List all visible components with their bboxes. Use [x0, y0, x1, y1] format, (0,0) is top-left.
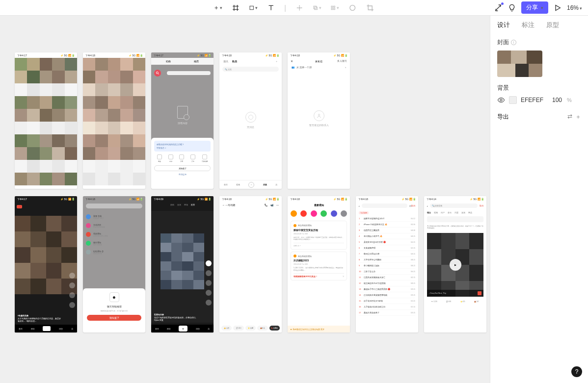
hot-item[interactable]: 11江西关政双胞胎落水身亡932.25 — [359, 275, 415, 281]
hot-item[interactable]: 17美国又变血途来了920.25 — [359, 310, 415, 316]
stat-item[interactable]: ❤ 2,226 — [431, 301, 437, 303]
stat-item[interactable]: 💬 678 — [446, 301, 451, 303]
comment-icon[interactable] — [69, 282, 75, 288]
tab-item[interactable]: 首页 — [224, 183, 228, 186]
export-settings-icon[interactable]: ⇄ — [567, 113, 572, 121]
hot-item[interactable]: 9李小璐回应三姐妹936.25 — [359, 263, 415, 269]
bg-hex[interactable]: EFEFEF — [521, 97, 543, 103]
tab-item[interactable]: 我 — [275, 183, 277, 186]
crop-tool[interactable] — [366, 3, 374, 12]
boolean-tool[interactable]: ▾ — [313, 3, 321, 12]
list-item[interactable]: 服务通知服务内容描述 — [86, 239, 142, 248]
design-canvas[interactable]: 下午4:17⚡ 5G 📶 🔋 下午4:18⚡ 5G 📶 🔋 — [0, 16, 490, 383]
list-item[interactable]: 客服 在线客服在线 回复了 — [86, 212, 142, 221]
confirm-button[interactable]: 我知道了 — [154, 165, 211, 171]
category-icon[interactable] — [321, 210, 327, 217]
add-icon[interactable]: ＋ — [275, 60, 278, 63]
share-button[interactable]: 分享▾ — [521, 1, 548, 14]
search-bar[interactable]: 🔍 搜索 — [222, 67, 279, 72]
share-icon[interactable] — [69, 302, 75, 308]
hot-item[interactable]: 3佳西男生宝藏选秀948.36 — [359, 228, 415, 233]
hot-item[interactable]: 5吴迪安101盐14天失联 🔴944.25 — [359, 239, 415, 245]
action-icon-item[interactable]: 清除數據 — [202, 154, 208, 162]
filter-tab[interactable]: 商品 — [468, 211, 472, 214]
tab[interactable]: 商城 — [184, 204, 188, 206]
music-cover-icon[interactable] — [478, 291, 481, 295]
category-icon[interactable] — [331, 210, 337, 217]
tab-item[interactable]: 消息 — [263, 183, 267, 186]
artboard-search-result[interactable]: 下午4:14⚡ 5G 📶 🔋 ‹ 🔍 搜索视频 取消 综合视频用户音乐话题直播商… — [424, 196, 486, 332]
artboard-video-feed[interactable]: 下午4:17⚡ 5G 📶 🔋 🔴 #有趣的实验 天才头脑的工程 — [15, 196, 77, 332]
action-pill[interactable]: 💬 评论 — [233, 326, 243, 331]
tab-item[interactable]: 首页 — [19, 328, 23, 330]
banner[interactable]: 获取历史得到我的讯息之后呢？ 可能包含 > — [154, 141, 211, 152]
play-icon[interactable] — [553, 3, 562, 12]
cover-thumbnail[interactable] — [497, 51, 542, 77]
tab-item[interactable]: 消息 — [196, 328, 200, 330]
filter-tab[interactable]: 直播 — [461, 211, 465, 214]
tab[interactable]: 推薦 — [194, 60, 199, 63]
info-icon[interactable]: i — [511, 40, 516, 45]
tab-item[interactable]: 我 — [71, 328, 73, 330]
share-icon[interactable] — [206, 290, 212, 296]
artboard-sendmsg-empty[interactable]: 下午4:18⚡ 5G 📶 🔋 ✕ 发私信 多人聊天 👥从 选择一个朋› 暂无最近… — [288, 52, 350, 189]
multi-chat-link[interactable]: 多人聊天 — [337, 59, 347, 62]
action-icon-item[interactable]: 分享 — [179, 154, 184, 162]
tab[interactable]: 頭條 — [166, 60, 171, 63]
filter-tab[interactable]: 音乐 — [448, 211, 452, 214]
tab-item[interactable]: 首页 — [155, 328, 159, 330]
tab[interactable]: 团购 — [170, 204, 174, 206]
search-bar[interactable] — [86, 204, 142, 208]
call-icon[interactable]: 📞 — [265, 204, 267, 206]
like-icon[interactable] — [206, 260, 212, 266]
more-icon[interactable]: ⋯ — [276, 204, 279, 206]
video-icon[interactable]: 📹 — [270, 204, 273, 206]
hot-item[interactable]: 6支案诞新声明942.25 — [359, 245, 415, 251]
hot-item[interactable]: 10三阶了怎么办934.25 — [359, 269, 415, 275]
hot-item[interactable]: 8大学生呼吁公司删除938.25 — [359, 257, 415, 263]
back-icon[interactable]: ‹ — [427, 204, 428, 207]
category-icon[interactable] — [341, 210, 347, 217]
list-item[interactable]: 互动消息互动消息内容描述 — [86, 221, 142, 230]
tab-prototype[interactable]: 原型 — [546, 21, 559, 29]
tab[interactable]: 推荐 — [191, 204, 195, 206]
help-button[interactable]: ? — [571, 366, 582, 377]
action-icon-item[interactable]: 截图 — [157, 154, 162, 162]
zoom-display[interactable]: 16%▾ — [567, 4, 582, 11]
hot-item[interactable]: 15勇子花10万块买9部老924.25 — [359, 298, 415, 304]
plugin-icon[interactable] — [494, 3, 503, 12]
tips-icon[interactable] — [508, 3, 516, 12]
hot-tag[interactable]: #生活趣味 — [359, 211, 369, 214]
add-tool[interactable]: ▾ — [214, 3, 222, 12]
list-item[interactable]: 系统通知系统通知内容简要描述 — [86, 230, 142, 239]
action-pill[interactable]: ⭐ 收藏 — [245, 326, 256, 331]
search-bar[interactable]: 🔍 搜索视频 — [430, 204, 478, 208]
star-icon[interactable] — [206, 280, 212, 286]
artboard-notifications[interactable]: 下午4:18⚡ 5G 📶 🔋 最新通知 来自系统的通知 探秘中国宝宝黄金历程 2… — [288, 196, 350, 332]
dismiss-link[interactable]: 不再提示 — [154, 173, 211, 176]
tab-item[interactable]: 视频 — [236, 183, 240, 186]
search-bar[interactable] — [362, 204, 407, 208]
card-footer[interactable]: 相貌姻缘最高3000元奖金！✕ — [294, 273, 344, 278]
notification-card[interactable]: 来自系统的通知 开启精彩2023 2024-02-06 下午 8:00 1月4日… — [291, 252, 347, 281]
tab-plus[interactable] — [43, 326, 51, 331]
music-icon[interactable] — [206, 300, 212, 306]
stat-item[interactable]: 📤 187 — [474, 301, 479, 303]
hot-item[interactable]: 1国家节水型城市达145个954.12 — [359, 216, 415, 222]
stat-item[interactable]: ⭐ 425 — [460, 301, 465, 303]
hot-item[interactable]: 2iPhone 15机型降本周立 🔥950.99 — [359, 222, 415, 228]
hot-item[interactable]: 16儿子版就周以贴当贴宝贝922.25 — [359, 304, 415, 310]
close-icon[interactable]: ✕ — [343, 275, 344, 278]
filter-tab[interactable]: 话题 — [454, 211, 458, 214]
back-icon[interactable]: ✕ — [291, 59, 293, 63]
export-add-icon[interactable]: ＋ — [575, 113, 581, 121]
cancel-link[interactable]: 取消 — [480, 204, 483, 207]
action-icon-item[interactable]: 打印 — [190, 154, 195, 162]
tab-plus[interactable]: ＋ — [179, 326, 187, 332]
tab-item[interactable]: 消息 — [59, 328, 63, 330]
select-row[interactable]: 👥从 选择一个朋› — [288, 63, 350, 72]
cancel-link[interactable]: 取消 — [411, 204, 415, 207]
bottom-banner[interactable]: ★ 系AI微信告知得仅公交激送精美 展开 — [288, 326, 350, 332]
component-tool[interactable]: ▾ — [330, 3, 339, 12]
tab-item[interactable]: 朋友 — [167, 328, 171, 330]
